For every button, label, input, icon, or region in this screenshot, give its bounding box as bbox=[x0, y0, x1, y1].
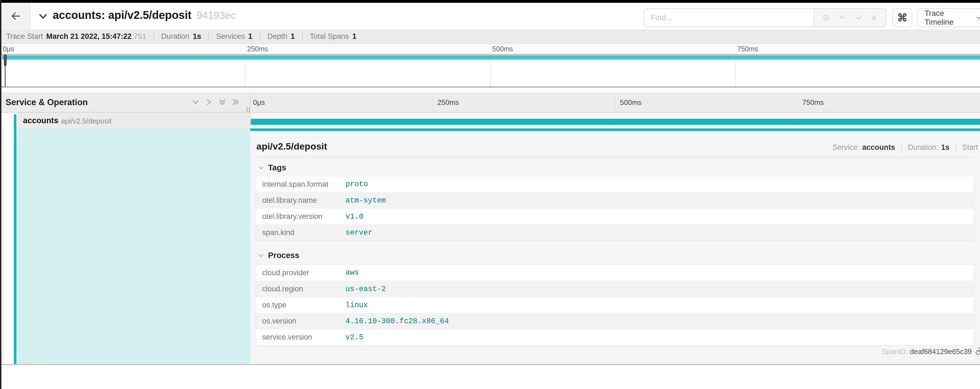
span-detail-meta: Service:accounts Duration:1s Start Time:… bbox=[832, 143, 980, 152]
timeline-gridline bbox=[615, 92, 616, 112]
tag-value: v1.0 bbox=[345, 213, 363, 221]
trace-id-short: 94193ec bbox=[196, 10, 236, 21]
table-row: os.version4.16.10-300.fc28.x86_64 bbox=[256, 313, 974, 329]
window-left-edge bbox=[0, 0, 2, 389]
timeline-tick: 750ms bbox=[802, 98, 824, 107]
minimap-span-bar bbox=[2, 55, 980, 59]
process-value: 4.16.10-300.fc28.x86_64 bbox=[345, 317, 449, 325]
process-value: aws bbox=[345, 268, 359, 277]
span-id-value: deaf684129e65c39 bbox=[910, 348, 972, 356]
find-input[interactable] bbox=[644, 8, 814, 27]
span-detail-title: api/v2.5/deposit bbox=[256, 141, 327, 152]
services-value: 1 bbox=[248, 32, 252, 41]
trace-start-value: March 21 2022, 15:47:22 bbox=[46, 32, 132, 41]
deep-link-icon[interactable] bbox=[975, 347, 980, 355]
tag-value: server bbox=[345, 229, 372, 237]
span-id-label: SpanID: bbox=[882, 348, 908, 356]
process-key: service.version bbox=[256, 333, 345, 341]
trace-start-label: Trace Start bbox=[6, 32, 43, 41]
minimap-tick: 0μs bbox=[3, 45, 14, 53]
minimap-span-bar-underline bbox=[2, 59, 980, 60]
minimap-canvas[interactable] bbox=[0, 54, 980, 87]
process-value: v2.5 bbox=[345, 333, 363, 341]
span-detail-left-panel[interactable] bbox=[16, 128, 250, 364]
chevron-down-icon bbox=[258, 165, 264, 171]
trace-start-ms: .751 bbox=[132, 32, 146, 41]
collapse-one-icon[interactable] bbox=[191, 98, 200, 106]
divider bbox=[901, 144, 902, 151]
process-value: linux bbox=[345, 301, 368, 310]
expand-one-icon[interactable] bbox=[205, 98, 213, 106]
tag-value: proto bbox=[345, 180, 368, 188]
process-key: os.type bbox=[256, 301, 345, 310]
depth-label: Depth bbox=[267, 32, 288, 41]
service-meta: Service:accounts bbox=[832, 143, 895, 152]
start-time-meta: Start Time:0μs bbox=[962, 143, 980, 152]
collapse-trace-header-icon[interactable] bbox=[38, 11, 48, 22]
tags-table: internal.span.formatproto otel.library.n… bbox=[256, 176, 974, 241]
table-row: otel.library.nameatm-sytem bbox=[256, 192, 974, 208]
table-row: internal.span.formatproto bbox=[256, 176, 974, 192]
total-spans-value: 1 bbox=[352, 32, 356, 41]
tag-value: atm-sytem bbox=[345, 197, 386, 205]
divider bbox=[208, 32, 209, 40]
timeline-gridline bbox=[797, 92, 798, 112]
collapse-all-icon[interactable] bbox=[218, 98, 226, 106]
bottom-whitespace bbox=[0, 365, 980, 389]
divider bbox=[153, 32, 154, 40]
duration-meta-label: Duration: bbox=[908, 143, 939, 151]
tags-section-title: Tags bbox=[268, 163, 286, 172]
span-detail-panel: api/v2.5/deposit Service:accounts Durati… bbox=[250, 128, 980, 364]
tag-key: otel.library.name bbox=[256, 196, 345, 205]
services-label: Services bbox=[216, 32, 245, 41]
back-button[interactable] bbox=[2, 3, 31, 29]
divider bbox=[956, 144, 956, 151]
process-key: os.version bbox=[256, 317, 345, 325]
trace-view-select[interactable]: Trace Timeline bbox=[917, 8, 980, 27]
process-section-toggle[interactable]: Process bbox=[258, 251, 299, 260]
tag-key: span.kind bbox=[256, 229, 345, 237]
duration-meta: Duration:1s bbox=[908, 143, 950, 152]
column-resizer[interactable] bbox=[247, 107, 250, 112]
timeline-tick: 250ms bbox=[437, 98, 459, 107]
divider bbox=[302, 32, 303, 40]
detail-divider bbox=[256, 157, 974, 157]
page-title: accounts: api/v2.5/deposit94193ec bbox=[53, 9, 236, 21]
timeline-gridline bbox=[433, 92, 433, 112]
start-time-meta-label: Start Time: bbox=[962, 143, 980, 151]
timeline-tick: 0μs bbox=[253, 98, 265, 107]
trace-minimap: 0μs 250ms 500ms 750ms bbox=[0, 44, 980, 92]
arrow-left-icon bbox=[10, 11, 21, 22]
jaeger-trace-page: accounts: api/v2.5/deposit94193ec ⌘ Trac… bbox=[0, 0, 980, 389]
process-key: cloud.provider bbox=[256, 268, 345, 277]
find-next-icon[interactable] bbox=[854, 13, 862, 22]
service-operation-header: Service & Operation bbox=[6, 97, 88, 107]
minimap-tick: 250ms bbox=[247, 45, 268, 53]
viewport-scrubber-handle[interactable] bbox=[4, 55, 7, 66]
command-icon: ⌘ bbox=[897, 12, 908, 24]
expand-all-icon[interactable] bbox=[231, 98, 240, 106]
trace-page-header: accounts: api/v2.5/deposit94193ec ⌘ Trac… bbox=[0, 3, 980, 29]
depth-value: 1 bbox=[291, 32, 295, 41]
span-duration-bar[interactable] bbox=[251, 119, 980, 125]
find-prev-icon[interactable] bbox=[838, 13, 846, 22]
duration-label: Duration bbox=[161, 32, 189, 41]
minimap-tick: 500ms bbox=[492, 45, 513, 53]
focus-target-icon[interactable] bbox=[822, 13, 831, 22]
find-controls bbox=[814, 8, 886, 27]
window-top-bar bbox=[0, 0, 980, 3]
process-table: cloud.provideraws cloud.regionus-east-2 … bbox=[256, 264, 974, 345]
table-row: otel.library.versionv1.0 bbox=[256, 208, 974, 224]
process-section-title: Process bbox=[268, 251, 299, 260]
process-value: us-east-2 bbox=[345, 285, 386, 293]
span-service-name: accounts bbox=[23, 116, 58, 125]
tags-section-toggle[interactable]: Tags bbox=[258, 163, 286, 172]
table-row: service.versionv2.5 bbox=[256, 329, 974, 345]
span-accent-bar bbox=[14, 114, 16, 364]
keyboard-shortcuts-button[interactable]: ⌘ bbox=[892, 8, 912, 27]
span-detail-duration-bar bbox=[250, 129, 980, 131]
clear-find-icon[interactable] bbox=[870, 13, 878, 22]
timeline-tick: 500ms bbox=[620, 98, 641, 107]
table-row: span.kindserver bbox=[256, 224, 974, 241]
span-name-cell[interactable]: accounts api/v2.5/deposit bbox=[2, 113, 250, 128]
